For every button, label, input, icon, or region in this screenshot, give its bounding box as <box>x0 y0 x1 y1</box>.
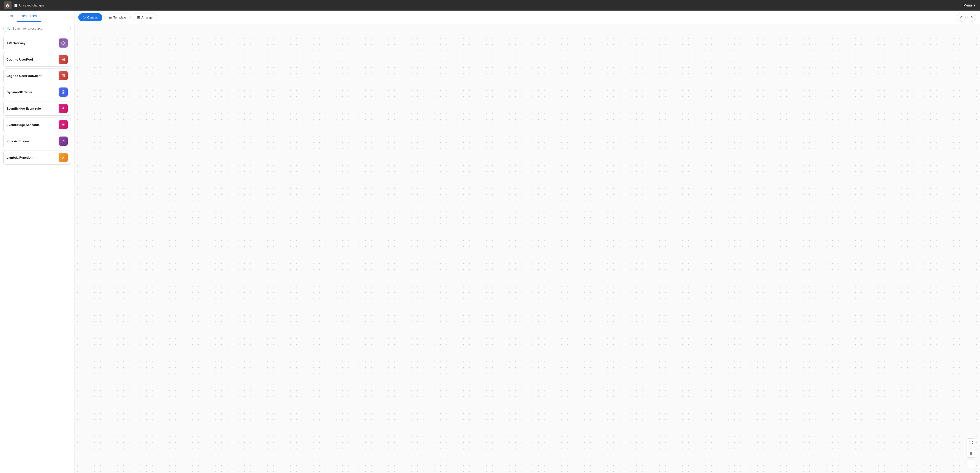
home-button[interactable]: 🏠 <box>4 2 11 9</box>
resource-icon-4: ✦ <box>59 104 68 113</box>
search-wrap: 🔍 <box>0 22 74 35</box>
zoom-in-icon: ⊕ <box>969 451 972 456</box>
resource-name: Cognito UserPool <box>6 58 33 61</box>
menu-label: Menu <box>963 3 972 7</box>
search-icon: 🔍 <box>6 26 11 30</box>
resource-name: API Gateway <box>6 41 25 45</box>
resource-name: DynamoDB Table <box>6 90 32 94</box>
canvas-content[interactable]: ⛶ ⊕ ⊖ <box>75 24 980 473</box>
fit-icon: ⛶ <box>969 441 973 445</box>
doc-icon: 📄 <box>14 3 18 7</box>
search-input[interactable] <box>13 27 68 30</box>
resource-name: Cognito UserPoolClient <box>6 74 41 78</box>
sidebar: List Resources 🔍 API Gateway⬡Cognito Use… <box>0 11 75 473</box>
canvas-area: ⬡ Canvas ☰ Template ⊞ Arrange ↺ ↻ ⛶ <box>75 11 980 473</box>
resource-icon-2: ⊞ <box>59 71 68 80</box>
sidebar-tabs: List Resources <box>0 11 74 22</box>
arrange-tab[interactable]: ⊞ Arrange <box>133 13 157 21</box>
resource-icon-0: ⬡ <box>59 38 68 48</box>
list-item[interactable]: Kinesis Stream≋ <box>3 134 71 148</box>
unsaved-changes: 📄 Unsaved changes <box>14 3 44 7</box>
resource-icon-5: ✦ <box>59 120 68 129</box>
search-box: 🔍 <box>3 25 71 32</box>
canvas-tab[interactable]: ⬡ Canvas <box>78 13 102 21</box>
unsaved-label: Unsaved changes <box>19 3 44 7</box>
template-tab[interactable]: ☰ Template <box>104 13 130 21</box>
redo-button[interactable]: ↻ <box>967 13 976 22</box>
topbar-left: 🏠 📄 Unsaved changes <box>4 2 44 9</box>
template-tab-icon: ☰ <box>109 15 112 19</box>
canvas-controls: ⛶ ⊕ ⊖ <box>967 438 975 468</box>
resource-icon-7: λ <box>59 153 68 162</box>
tab-list[interactable]: List <box>4 11 17 22</box>
home-icon: 🏠 <box>5 3 10 8</box>
main-layout: List Resources 🔍 API Gateway⬡Cognito Use… <box>0 11 980 473</box>
canvas-tab-icon: ⬡ <box>83 15 86 19</box>
zoom-in-button[interactable]: ⊕ <box>967 449 975 458</box>
topbar: 🏠 📄 Unsaved changes Menu ▼ <box>0 0 980 11</box>
resource-icon-3: 🗄 <box>59 88 68 97</box>
fit-button[interactable]: ⛶ <box>967 438 975 447</box>
arrange-tab-icon: ⊞ <box>137 15 140 19</box>
redo-icon: ↻ <box>970 15 973 19</box>
list-item[interactable]: EventBridge Schedule✦ <box>3 118 71 132</box>
resource-icon-6: ≋ <box>59 137 68 146</box>
menu-chevron-icon: ▼ <box>973 3 976 7</box>
list-item[interactable]: DynamoDB Table🗄 <box>3 85 71 99</box>
resource-list: API Gateway⬡Cognito UserPool⊞Cognito Use… <box>0 35 74 473</box>
menu-button[interactable]: Menu ▼ <box>963 3 976 7</box>
list-item[interactable]: EventBridge Event rule✦ <box>3 101 71 116</box>
list-item[interactable]: Cognito UserPool⊞ <box>3 52 71 67</box>
arrange-tab-label: Arrange <box>142 16 153 19</box>
undo-button[interactable]: ↺ <box>957 13 966 22</box>
resource-name: Lambda Function <box>6 156 32 159</box>
resource-icon-1: ⊞ <box>59 55 68 64</box>
canvas-tab-label: Canvas <box>87 16 98 19</box>
list-item[interactable]: Lambda Functionλ <box>3 150 71 165</box>
resource-name: EventBridge Schedule <box>6 123 40 127</box>
template-tab-label: Template <box>113 16 126 19</box>
list-item[interactable]: Cognito UserPoolClient⊞ <box>3 68 71 83</box>
zoom-out-button[interactable]: ⊖ <box>967 460 975 468</box>
resource-name: EventBridge Event rule <box>6 107 41 110</box>
list-item[interactable]: API Gateway⬡ <box>3 36 71 50</box>
resource-name: Kinesis Stream <box>6 139 29 143</box>
tab-resources[interactable]: Resources <box>17 11 41 22</box>
undo-icon: ↺ <box>960 15 963 19</box>
canvas-toolbar: ⬡ Canvas ☰ Template ⊞ Arrange ↺ ↻ <box>75 11 980 24</box>
zoom-out-icon: ⊖ <box>969 462 972 466</box>
